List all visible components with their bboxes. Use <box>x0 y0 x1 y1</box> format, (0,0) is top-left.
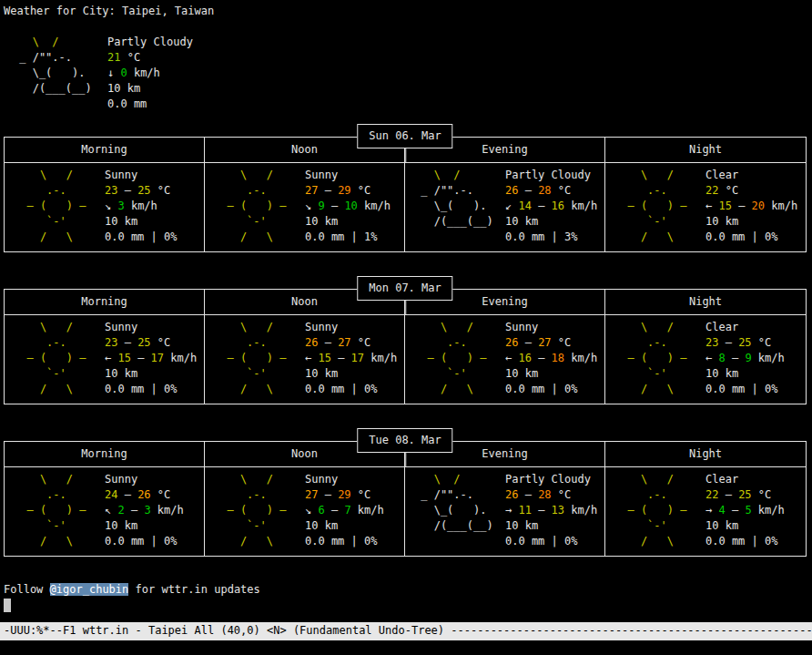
forecast-cell-night: \ / .-. – ( ) – `-' / \Clear22 – 25 °C→ … <box>605 467 806 556</box>
temperature-range: 26 – 27 °C <box>305 335 397 351</box>
condition: Partly Cloudy <box>505 472 597 487</box>
current-wind: ↓ 0 km/h <box>107 66 193 81</box>
weather-art: \ / .-. – ( ) – `-' / \ <box>214 168 305 245</box>
modeline-text: -UUU:%*--F1 wttr.in - Taipei All (40,0) … <box>4 624 451 637</box>
day-body: \ / .-. – ( ) – `-' / \Sunny23 – 25 °C↘ … <box>5 163 806 251</box>
visibility: 10 km <box>705 366 785 382</box>
visibility: 10 km <box>105 366 197 382</box>
terminal-buffer: Weather for City: Taipei, Taiwan \ / _ /… <box>0 0 812 613</box>
temperature-range: 27 – 29 °C <box>305 487 384 503</box>
day-date: Tue 08. Mar <box>369 434 441 446</box>
precipitation: 0.0 mm | 0% <box>105 534 184 549</box>
visibility: 10 km <box>705 518 785 534</box>
visibility: 10 km <box>705 214 797 230</box>
footer-text-suffix: for wttr.in updates <box>128 583 260 596</box>
wind: ↖ 2 – 3 km/h <box>105 503 184 518</box>
modeline-dashes: ----------------------------------------… <box>451 624 812 637</box>
wind: ↙ 14 – 16 km/h <box>505 199 597 214</box>
wind: ← 15 – 17 km/h <box>305 351 397 366</box>
twitter-handle-link[interactable]: @igor_chubin <box>50 583 129 596</box>
weather-art: \ / _ /"".-. \_( ). /(___(__) <box>414 472 505 549</box>
day-date: Sun 06. Mar <box>369 129 441 142</box>
emacs-modeline: -UUU:%*--F1 wttr.in - Taipei All (40,0) … <box>0 622 812 640</box>
day-date: Mon 07. Mar <box>369 281 441 294</box>
condition: Sunny <box>105 320 197 335</box>
page-title: Weather for City: Taipei, Taiwan <box>4 4 807 19</box>
days: Sun 06. Mar MorningNoonEveningNight \ / … <box>4 137 807 557</box>
forecast-text: Sunny24 – 26 °C↖ 2 – 3 km/h10 km0.0 mm |… <box>105 472 184 549</box>
precipitation: 0.0 mm | 0% <box>305 534 384 549</box>
footer-text: Follow <box>4 583 50 596</box>
forecast-cell-noon: \ / .-. – ( ) – `-' / \Sunny27 – 29 °C↘ … <box>205 163 405 251</box>
weather-art: \ / .-. – ( ) – `-' / \ <box>614 472 705 549</box>
forecast-cell-night: \ / .-. – ( ) – `-' / \Clear23 – 25 °C← … <box>605 315 806 404</box>
forecast-text: Partly Cloudy26 – 28 °C↙ 14 – 16 km/h10 … <box>505 168 597 245</box>
temperature-range: 22 °C <box>705 183 797 199</box>
weather-art: \ / .-. – ( ) – `-' / \ <box>414 320 505 397</box>
period-header: Morning <box>5 442 205 467</box>
forecast-cell-evening: \ / _ /"".-. \_( ). /(___(__)Partly Clou… <box>405 163 605 251</box>
visibility: 10 km <box>105 214 177 230</box>
weather-art: \ / _ /"".-. \_( ). /(___(__) <box>414 168 505 245</box>
day-date-box: Mon 07. Mar <box>357 276 452 301</box>
precipitation: 0.0 mm | 3% <box>505 230 597 245</box>
condition: Sunny <box>305 168 391 183</box>
day-forecast: Mon 07. Mar MorningNoonEveningNight \ / … <box>4 289 807 404</box>
wind: → 11 – 13 km/h <box>505 503 597 518</box>
text-cursor <box>4 599 11 612</box>
temperature-range: 23 – 25 °C <box>105 183 177 199</box>
temperature-range: 26 – 28 °C <box>505 183 597 199</box>
precipitation: 0.0 mm | 0% <box>705 230 797 245</box>
wind: ↘ 9 – 10 km/h <box>305 199 391 214</box>
current-conditions: \ / _ /"".-. \_( ). /(___(__) Partly Clo… <box>4 35 807 112</box>
weather-art: \ / .-. – ( ) – `-' / \ <box>614 168 705 245</box>
forecast-text: Sunny26 – 27 °C← 16 – 18 km/h10 km0.0 mm… <box>505 320 597 397</box>
wind: ↘ 3 km/h <box>105 199 177 214</box>
condition: Sunny <box>305 320 397 335</box>
weather-art: \ / .-. – ( ) – `-' / \ <box>14 168 105 245</box>
condition: Clear <box>705 320 785 335</box>
forecast-text: Sunny26 – 27 °C← 15 – 17 km/h10 km0.0 mm… <box>305 320 397 397</box>
forecast-text: Clear22 – 25 °C→ 4 – 5 km/h10 km0.0 mm |… <box>705 472 785 549</box>
wind: ← 15 – 17 km/h <box>105 351 197 366</box>
condition: Clear <box>705 168 797 183</box>
period-header: Morning <box>5 138 205 163</box>
footer-line: Follow @igor_chubin for wttr.in updates <box>4 582 807 598</box>
precipitation: 0.0 mm | 0% <box>705 534 785 549</box>
precipitation: 0.0 mm | 0% <box>105 382 197 397</box>
forecast-cell-noon: \ / .-. – ( ) – `-' / \Sunny27 – 29 °C↘ … <box>205 467 405 556</box>
visibility: 10 km <box>505 518 597 534</box>
precipitation: 0.0 mm | 0% <box>505 534 597 549</box>
forecast-text: Sunny27 – 29 °C↘ 9 – 10 km/h10 km0.0 mm … <box>305 168 391 245</box>
wind: ← 8 – 9 km/h <box>705 351 785 366</box>
day-body: \ / .-. – ( ) – `-' / \Sunny23 – 25 °C← … <box>5 315 806 404</box>
condition: Partly Cloudy <box>505 168 597 183</box>
forecast-cell-morning: \ / .-. – ( ) – `-' / \Sunny24 – 26 °C↖ … <box>5 467 205 556</box>
temperature-range: 27 – 29 °C <box>305 183 391 199</box>
weather-art: \ / .-. – ( ) – `-' / \ <box>614 320 705 397</box>
precipitation: 0.0 mm | 0% <box>105 230 177 245</box>
temperature-range: 24 – 26 °C <box>105 487 184 503</box>
temperature-range: 23 – 25 °C <box>705 335 785 351</box>
current-temperature: 21 °C <box>107 50 193 66</box>
wind: ← 16 – 18 km/h <box>505 351 597 366</box>
wind: → 4 – 5 km/h <box>705 503 785 518</box>
weather-art: \ / .-. – ( ) – `-' / \ <box>14 320 105 397</box>
wind: ← 15 – 20 km/h <box>705 199 797 214</box>
visibility: 10 km <box>305 518 384 534</box>
wind: ↘ 6 – 7 km/h <box>305 503 384 518</box>
weather-art: \ / .-. – ( ) – `-' / \ <box>214 320 305 397</box>
current-condition: Partly Cloudy <box>107 35 193 50</box>
precipitation: 0.0 mm | 0% <box>305 382 397 397</box>
visibility: 10 km <box>105 518 184 534</box>
day-body: \ / .-. – ( ) – `-' / \Sunny24 – 26 °C↖ … <box>5 467 806 556</box>
period-header: Night <box>605 138 806 163</box>
forecast-text: Partly Cloudy26 – 28 °C→ 11 – 13 km/h10 … <box>505 472 597 549</box>
forecast-text: Clear23 – 25 °C← 8 – 9 km/h10 km0.0 mm |… <box>705 320 785 397</box>
temperature-range: 26 – 27 °C <box>505 335 597 351</box>
visibility: 10 km <box>305 366 397 382</box>
condition: Sunny <box>305 472 384 487</box>
temperature-range: 22 – 25 °C <box>705 487 785 503</box>
visibility: 10 km <box>305 214 391 230</box>
forecast-cell-noon: \ / .-. – ( ) – `-' / \Sunny26 – 27 °C← … <box>205 315 405 404</box>
